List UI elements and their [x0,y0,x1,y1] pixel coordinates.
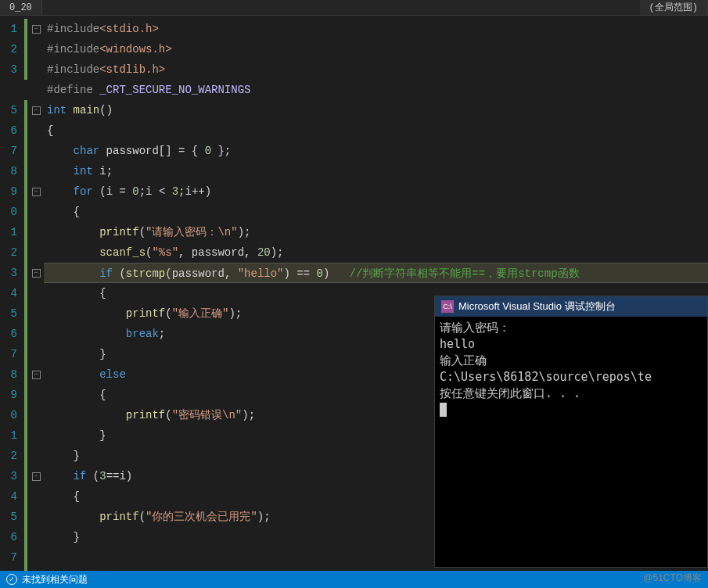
line-number: 9 [0,385,17,405]
tab-bar: 0_20 (全局范围) [0,0,708,16]
line-number: 5 [0,303,17,324]
code-line: { [44,120,708,141]
line-number: 6 [0,527,17,547]
line-number: 5 [0,100,17,120]
line-number: 7 [0,141,17,161]
code-line: #include<windows.h> [44,39,708,59]
line-number: 0 [0,405,17,425]
console-title-bar[interactable]: C:\ Microsoft Visual Studio 调试控制台 [435,296,707,317]
tab-file[interactable]: 0_20 [0,0,42,15]
console-cursor [440,403,447,417]
line-number: 1 [0,222,17,242]
line-number: 4 [0,486,17,507]
fold-toggle[interactable]: − [32,269,41,278]
console-output[interactable]: 请输入密码： hello 输入正确 C:\Users\86182\source\… [435,317,707,567]
console-line: 输入正确 [440,353,487,368]
line-number: 1 [0,425,17,446]
code-line: int main() [44,100,708,120]
line-number: 5 [0,507,17,527]
check-icon: ✓ [6,574,17,585]
watermark: @51CTO博客 [643,572,702,585]
line-number: 2 [0,446,17,466]
code-line: #define _CRT_SECURE_NO_WARNINGS [44,80,708,100]
line-number: 3 [0,59,17,80]
console-line: C:\Users\86182\source\repos\te [440,370,652,384]
fold-toggle[interactable]: − [32,472,41,481]
console-line: hello [440,337,475,351]
code-line: scanf_s("%s", password, 20); [44,242,708,263]
debug-console-window[interactable]: C:\ Microsoft Visual Studio 调试控制台 请输入密码：… [434,296,708,568]
line-number: 7 [0,547,17,568]
console-line: 请输入密码： [440,321,510,335]
line-number: 3 [0,263,17,283]
line-number: 6 [0,324,17,344]
status-text: 未找到相关问题 [22,573,88,586]
console-title-text: Microsoft Visual Studio 调试控制台 [458,299,616,314]
line-number: 2 [0,39,17,59]
code-line: #include<stdio.h> [44,19,708,39]
code-line: printf("请输入密码：\n"); [44,222,708,242]
line-number: 3 [0,466,17,486]
code-line: char password[] = { 0 }; [44,141,708,161]
line-number: 2 [0,242,17,263]
line-number: 9 [0,181,17,202]
line-number: 4 [0,283,17,303]
code-line: #include<stdlib.h> [44,59,708,80]
fold-toggle[interactable]: − [32,25,41,34]
code-line: { [44,202,708,222]
line-number: 1 [0,19,17,39]
console-icon: C:\ [441,300,454,313]
line-number [0,80,17,100]
code-line: for (i = 0;i < 3;i++) [44,181,708,202]
fold-toggle[interactable]: − [32,106,41,115]
console-line: 按任意键关闭此窗口. . . [440,386,580,400]
code-line: int i; [44,161,708,181]
line-number: 6 [0,120,17,141]
fold-gutter: − − − − − − [28,16,44,572]
fold-toggle[interactable]: − [32,371,41,379]
line-number: 7 [0,344,17,364]
status-bar: ✓ 未找到相关问题 [0,571,708,588]
fold-toggle[interactable]: − [32,188,41,196]
line-number-gutter: 1 2 3 5 6 7 8 9 0 1 2 3 4 5 6 7 8 9 0 1 … [0,16,23,572]
tab-scope[interactable]: (全局范围) [640,0,708,15]
code-line-highlighted: if (strcmp(password, "hello") == 0) //判断… [44,263,708,283]
line-number: 8 [0,161,17,181]
line-number: 0 [0,202,17,222]
line-number: 8 [0,364,17,385]
